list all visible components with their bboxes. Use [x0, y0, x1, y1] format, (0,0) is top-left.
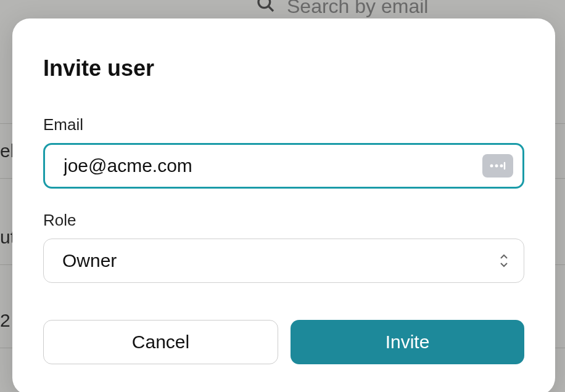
invite-user-modal: Invite user Email Role Owner: [12, 18, 555, 392]
invite-button[interactable]: Invite: [291, 320, 524, 364]
chevron-up-down-icon: [499, 254, 509, 267]
role-field-group: Role Owner: [43, 211, 524, 283]
role-select[interactable]: Owner: [43, 239, 524, 283]
email-label: Email: [43, 115, 524, 134]
svg-point-3: [495, 165, 498, 168]
cancel-button[interactable]: Cancel: [43, 320, 278, 364]
svg-point-2: [490, 165, 493, 168]
autofill-icon[interactable]: [482, 154, 513, 178]
role-selected-value: Owner: [62, 250, 117, 271]
email-input-wrapper: [43, 143, 524, 189]
email-input[interactable]: [43, 143, 524, 189]
modal-title: Invite user: [43, 55, 524, 81]
modal-button-row: Cancel Invite: [43, 320, 524, 364]
svg-point-4: [500, 165, 503, 168]
role-label: Role: [43, 211, 524, 230]
email-field-group: Email: [43, 115, 524, 189]
